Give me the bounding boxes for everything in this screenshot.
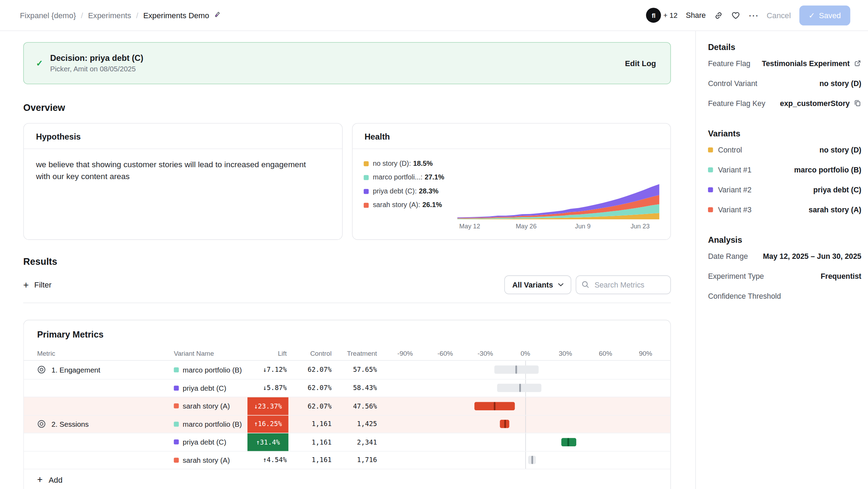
variant-color-swatch [363, 175, 368, 180]
metric-group-label: 2. Sessions [24, 420, 169, 428]
treatment-value: 2,341 [332, 438, 377, 446]
sidebar-row-label: Variant #1 [708, 165, 751, 174]
zero-axis-line [525, 415, 526, 433]
sidebar-row: Variant #2 priya debt (C) [708, 179, 861, 199]
sidebar-row-value: no story (D) [819, 79, 861, 87]
saved-button[interactable]: ✓ Saved [799, 5, 850, 25]
confidence-interval-cell [391, 451, 661, 469]
sidebar-row: Control Variant no story (D) [708, 73, 861, 93]
legend-value: 18.5% [413, 160, 433, 167]
variant-name: sarah story (A) [183, 402, 230, 410]
details-section: Details Feature Flag Testimonials Experi… [708, 42, 861, 113]
decision-subtitle: Picker, Amit on 08/05/2025 [50, 65, 143, 73]
search-metrics-input[interactable] [576, 275, 671, 294]
column-control: Control [288, 349, 332, 357]
variants-filter-dropdown[interactable]: All Variants [505, 275, 571, 294]
cancel-button[interactable]: Cancel [767, 11, 791, 20]
table-row[interactable]: sarah story (A) ↑4.54% 1,161 1,716 [24, 451, 670, 469]
add-metric-button[interactable]: + Add [24, 469, 670, 489]
variant-color-swatch [363, 189, 368, 193]
more-options-icon[interactable]: ⋯ [748, 10, 759, 20]
copy-icon[interactable] [854, 99, 861, 107]
results-heading: Results [23, 256, 671, 268]
external-link-icon[interactable] [854, 59, 861, 67]
health-title: Health [352, 123, 670, 149]
variant-color-swatch [174, 385, 179, 390]
sidebar-row: Feature Flag Key exp_customerStory [708, 93, 861, 113]
variant-color-swatch [708, 147, 713, 152]
sidebar-row: Confidence Threshold [708, 286, 861, 306]
variant-color-swatch [174, 421, 179, 426]
metric-name: 2. Sessions [51, 420, 88, 428]
avatar[interactable]: fl [646, 8, 661, 23]
zero-axis-line [525, 433, 526, 451]
table-row[interactable]: sarah story (A) ↓23.37% 62.07% 47.56% [24, 397, 670, 414]
legend-item: no story (D): 18.5% [363, 160, 457, 167]
variant-color-swatch [363, 161, 368, 166]
overview-heading: Overview [23, 102, 671, 114]
metrics-table-body: 1. Engagement marco portfolio (B) ↓7.12%… [24, 361, 670, 469]
breadcrumb-item-workspace[interactable]: Fixpanel {demo} [20, 11, 76, 20]
confidence-tick [519, 384, 521, 392]
table-row[interactable]: priya debt (C) ↑31.4% 1,161 2,341 [24, 433, 670, 451]
table-row[interactable]: priya debt (C) ↓5.87% 62.07% 58.43% [24, 379, 670, 397]
details-title: Details [708, 42, 861, 51]
hypothesis-title: Hypothesis [24, 123, 342, 149]
variant-cell: marco portfolio (B) [169, 420, 247, 428]
favorite-heart-icon[interactable] [731, 11, 740, 20]
column-variant-name: Variant Name [169, 349, 247, 357]
analysis-title: Analysis [708, 235, 861, 244]
variant-color-swatch [708, 207, 713, 212]
sidebar-row-value: Testimonials Experiment [762, 59, 861, 68]
sidebar-row-value: sarah story (A) [809, 205, 861, 214]
main-content: ✓ Decision: priya debt (C) Picker, Amit … [0, 31, 695, 489]
sidebar-row-value: exp_customerStory [780, 99, 861, 107]
edit-log-button[interactable]: Edit Log [625, 59, 656, 68]
sidebar-row: Variant #3 sarah story (A) [708, 199, 861, 219]
axis-tick-label: 90% [639, 349, 652, 357]
confidence-tick [515, 366, 517, 374]
collaborator-avatars[interactable]: fl + 12 [646, 8, 678, 23]
treatment-value: 1,716 [332, 456, 377, 464]
breadcrumb-separator: / [136, 11, 138, 20]
confidence-interval-cell [391, 433, 661, 451]
legend-label: sarah story (A): [373, 201, 420, 209]
axis-tick-label: -30% [477, 349, 493, 357]
confidence-interval-cell [391, 361, 661, 378]
share-button[interactable]: Share [686, 11, 706, 20]
sidebar-row-value: Frequentist [821, 272, 861, 280]
confidence-tick [531, 456, 533, 464]
column-treatment: Treatment [332, 349, 377, 357]
variant-color-swatch [174, 404, 179, 409]
variant-name: priya debt (C) [183, 384, 226, 392]
metric-name: 1. Engagement [51, 366, 100, 374]
breadcrumb-item-experiments[interactable]: Experiments [88, 11, 131, 20]
control-value: 62.07% [288, 402, 332, 410]
stacked-area-chart [457, 183, 659, 220]
health-card: Health no story (D): 18.5% marco portfol… [352, 123, 671, 240]
x-tick-label: Jun 9 [575, 223, 591, 229]
zero-axis-line [525, 451, 526, 469]
sidebar-row-label: Variant #3 [708, 205, 751, 214]
sidebar-row-label: Experiment Type [708, 272, 764, 280]
treatment-value: 1,425 [332, 420, 377, 428]
decision-title: Decision: priya debt (C) [50, 53, 143, 63]
variant-color-swatch [174, 458, 179, 462]
add-filter-button[interactable]: + Filter [23, 280, 52, 290]
variant-cell: marco portfolio (B) [169, 366, 247, 374]
x-tick-label: May 26 [516, 223, 537, 229]
legend-value: 27.1% [425, 173, 444, 181]
confidence-tick [494, 402, 496, 410]
table-row[interactable]: 2. Sessions marco portfolio (B) ↑16.25% … [24, 415, 670, 433]
sidebar-row-label: Control [708, 146, 742, 154]
app: Fixpanel {demo} / Experiments / Experime… [0, 0, 868, 489]
copy-link-icon[interactable] [714, 11, 723, 20]
chart-x-axis: May 12May 26Jun 9Jun 23 [457, 223, 659, 232]
confidence-interval-cell [391, 415, 661, 433]
sidebar-row-value: May 12, 2025 – Jun 30, 2025 [763, 252, 861, 260]
primary-metrics-card: Primary Metrics Metric Variant Name Lift… [23, 320, 671, 489]
breadcrumb-item-current: Experiments Demo [143, 11, 221, 20]
target-icon [37, 365, 46, 374]
table-row[interactable]: 1. Engagement marco portfolio (B) ↓7.12%… [24, 361, 670, 378]
treatment-value: 47.56% [332, 402, 377, 410]
